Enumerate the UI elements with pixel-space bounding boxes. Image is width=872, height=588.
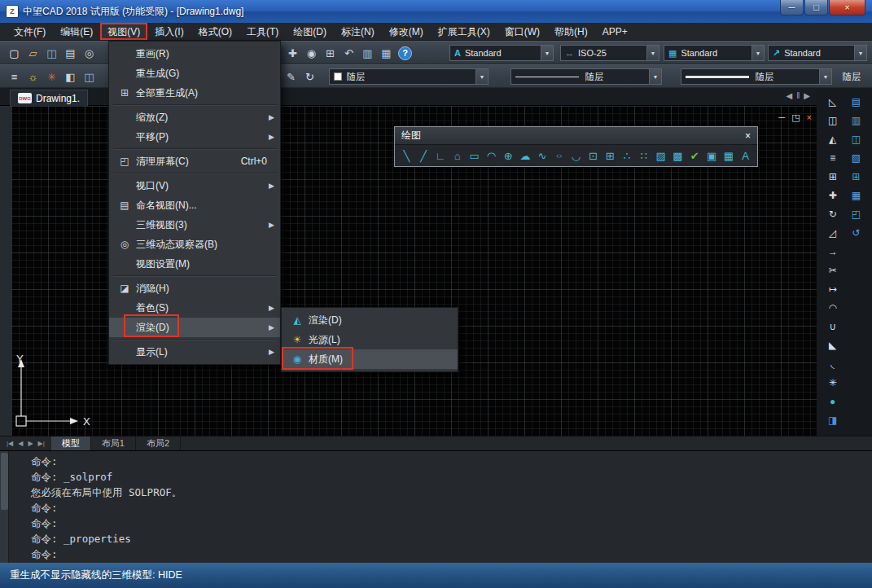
measure-icon[interactable]: ▦: [848, 188, 863, 203]
insert-block-icon[interactable]: ⊡: [585, 147, 602, 165]
polyline-icon[interactable]: ∟: [432, 147, 449, 165]
zoom-realtime-icon[interactable]: ◉: [302, 45, 321, 61]
doc-nav-arrow[interactable]: ◀: [786, 91, 792, 100]
revcloud-icon[interactable]: ☁: [517, 147, 534, 165]
rotate-icon[interactable]: ↻: [826, 207, 840, 222]
render-ball-icon[interactable]: ●: [826, 394, 840, 409]
doc-nav-arrow[interactable]: ▶: [804, 91, 810, 100]
erase-icon[interactable]: ◺: [826, 94, 840, 109]
tab-nav-arrow[interactable]: |◀: [5, 440, 15, 447]
color-combo[interactable]: 随层▼: [329, 68, 489, 85]
hatch-icon[interactable]: ▨: [652, 147, 669, 165]
view-menu-item-3d-orbit[interactable]: ◎三维动态观察器(B): [109, 235, 280, 254]
table-style-combo[interactable]: ▦Standard▼: [664, 45, 765, 61]
layout-tab-布局2[interactable]: 布局2: [136, 437, 181, 450]
regen-icon[interactable]: ↻: [300, 68, 319, 85]
view-menu-item-view-settings[interactable]: 视图设置(M): [109, 254, 280, 274]
tab-nav-arrow[interactable]: ▶|: [37, 440, 46, 447]
properties-icon[interactable]: ▥: [358, 45, 377, 61]
lineweight-combo[interactable]: 随层▼: [681, 68, 832, 85]
save-icon[interactable]: ◫: [42, 45, 61, 61]
copy-icon[interactable]: ◫: [826, 113, 840, 128]
paste-block-icon[interactable]: ◰: [848, 207, 863, 222]
menubar-item-insert[interactable]: 插入(I): [147, 23, 191, 40]
menubar-item-view[interactable]: 视图(V): [100, 23, 147, 40]
chamfer-icon[interactable]: ◣: [826, 338, 840, 353]
layer-properties-icon[interactable]: ≡: [5, 68, 24, 85]
designcenter-icon[interactable]: ▦: [377, 45, 396, 61]
polygon-icon[interactable]: ⌂: [449, 147, 466, 165]
menubar-item-tools[interactable]: 工具(T): [239, 23, 286, 40]
zoom-window-icon[interactable]: ⊞: [321, 45, 340, 61]
arc-icon[interactable]: ◠: [483, 147, 500, 165]
print-icon[interactable]: ▤: [61, 45, 80, 61]
minimize-button[interactable]: ─: [780, 0, 804, 15]
layer-lock-icon[interactable]: ◧: [61, 68, 80, 85]
layer-freeze-icon[interactable]: ✳: [42, 68, 61, 85]
table-icon[interactable]: ▦: [720, 147, 737, 165]
chevron-down-icon[interactable]: ▼: [646, 46, 659, 60]
sheetset-icon[interactable]: ◫: [848, 132, 863, 147]
layout-tab-模型[interactable]: 模型: [51, 437, 91, 450]
command-window[interactable]: 命令: 命令: _solprof 您必须在布局中使用 SOLPROF。 命令: …: [0, 450, 872, 563]
command-scrollbar[interactable]: [0, 451, 9, 564]
trim-icon[interactable]: ✂: [826, 263, 840, 278]
plotstyle-combo[interactable]: 随层: [839, 68, 871, 85]
view-menu-item-3d-views[interactable]: 三维视图(3)▶: [109, 215, 280, 235]
join-icon[interactable]: ∪: [826, 319, 840, 334]
chevron-down-icon[interactable]: ▼: [541, 46, 553, 60]
zoom-previous-icon[interactable]: ↶: [340, 45, 358, 61]
document-tab[interactable]: DWG Drawing1.: [10, 90, 88, 106]
menubar-item-express[interactable]: 扩展工具(X): [431, 23, 497, 40]
move-icon[interactable]: ✚: [826, 188, 840, 203]
chevron-down-icon[interactable]: ▼: [475, 69, 488, 84]
view-menu-item-display[interactable]: 显示(L)▶: [109, 342, 280, 362]
doc-nav-arrow[interactable]: ‖: [796, 91, 800, 100]
rectangle-icon[interactable]: ▭: [466, 147, 483, 165]
make-block-icon[interactable]: ⊞: [602, 147, 619, 165]
menubar-item-file[interactable]: 文件(F): [7, 23, 53, 40]
view-menu-item-clean-screen[interactable]: ◰清理屏幕(C)Ctrl+0: [109, 151, 280, 171]
mirror-icon[interactable]: ◭: [826, 132, 840, 147]
menubar-item-draw[interactable]: 绘图(D): [286, 23, 334, 40]
mtext-icon[interactable]: A: [737, 147, 754, 165]
xline-icon[interactable]: ╱: [415, 147, 432, 165]
view-menu-item-pan[interactable]: 平移(P)▶: [109, 127, 280, 147]
layer-on-icon[interactable]: ☼: [24, 68, 42, 85]
layout-tab-布局1[interactable]: 布局1: [91, 437, 136, 450]
fillet-icon[interactable]: ◟: [826, 357, 840, 371]
text-style-combo[interactable]: AStandard▼: [449, 45, 554, 61]
help-icon[interactable]: ?: [398, 46, 412, 60]
chevron-down-icon[interactable]: ▼: [649, 69, 661, 84]
divide-icon[interactable]: ∷: [635, 147, 652, 165]
line-icon[interactable]: ╲: [398, 147, 415, 165]
mleader-style-combo[interactable]: ↗Standard▼: [768, 45, 867, 61]
explode-icon[interactable]: ✳: [826, 375, 840, 390]
child-restore-button[interactable]: ◳: [791, 112, 800, 123]
pan-icon[interactable]: ✚: [283, 45, 302, 61]
draw-palette-close-icon[interactable]: ×: [745, 130, 751, 142]
view-menu-item-named-views[interactable]: ▤命名视图(N)...: [109, 195, 280, 215]
child-minimize-button[interactable]: ─: [778, 112, 785, 123]
offset-icon[interactable]: ≡: [826, 151, 840, 165]
child-close-button[interactable]: ×: [807, 112, 812, 123]
tab-nav-arrow[interactable]: ◀: [16, 440, 24, 447]
gradient-icon[interactable]: ▩: [669, 147, 686, 165]
dim-style-combo[interactable]: ↔ISO-25▼: [560, 45, 659, 61]
break-icon[interactable]: ◠: [826, 301, 840, 315]
array-icon[interactable]: ⊞: [826, 169, 840, 184]
view-menu-item-zoom[interactable]: 缩放(Z)▶: [109, 108, 280, 127]
toolpalette-icon[interactable]: ▥: [848, 113, 863, 128]
properties-palette-icon[interactable]: ▤: [848, 94, 863, 109]
chevron-down-icon[interactable]: ▼: [854, 46, 866, 60]
menubar-item-format[interactable]: 格式(O): [191, 23, 239, 40]
draw-palette-titlebar[interactable]: 绘图 ×: [395, 127, 757, 145]
linetype-combo[interactable]: 随层▼: [510, 68, 662, 85]
menubar-item-modify[interactable]: 修改(M): [382, 23, 431, 40]
spline-icon[interactable]: ∿: [534, 147, 551, 165]
scale-icon[interactable]: ◿: [826, 226, 840, 240]
open-icon[interactable]: ▱: [24, 45, 42, 61]
menubar-item-dimension[interactable]: 标注(N): [334, 23, 382, 40]
close-button[interactable]: ×: [829, 0, 865, 15]
region-icon[interactable]: ▣: [703, 147, 721, 165]
